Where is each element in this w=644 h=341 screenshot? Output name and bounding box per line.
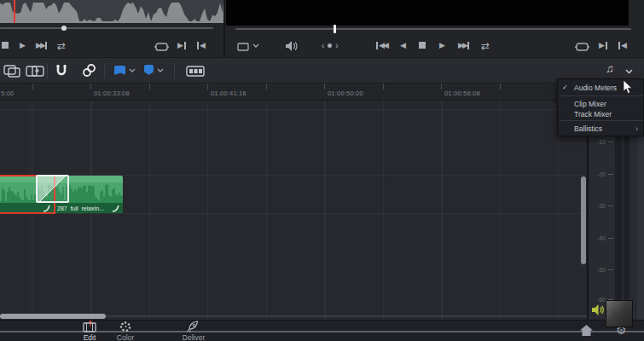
- timecode-label: 01:00:33:08: [94, 90, 130, 97]
- timeline-viewer-panel: ‹› ◀◀ ◀ ▶ ▶▶ ⇄ ▶ ◀: [224, 0, 644, 57]
- match-frame-icon[interactable]: [575, 43, 589, 51]
- go-to-end-button[interactable]: ▶: [599, 42, 607, 49]
- marker-chevron-down-icon[interactable]: [157, 68, 164, 72]
- meter-scale-label: -60: [594, 297, 606, 303]
- previous-clip-button[interactable]: ◀◀: [376, 42, 387, 49]
- horizontal-scrollbar[interactable]: [0, 314, 106, 319]
- audio-fade-curve-icon: [43, 205, 51, 212]
- marker-button[interactable]: [144, 65, 154, 75]
- meter-speaker-icon[interactable]: [592, 304, 605, 315]
- chevron-down-icon[interactable]: [252, 43, 259, 48]
- source-scrubber[interactable]: [0, 27, 213, 29]
- linked-selection-chain-icon[interactable]: [82, 63, 96, 78]
- source-scrubber-handle[interactable]: [61, 26, 67, 31]
- timeline-viewer-scrubber[interactable]: [235, 28, 631, 30]
- mouse-cursor: [623, 80, 633, 95]
- tab-edit[interactable]: Edit: [71, 321, 108, 341]
- loop-button[interactable]: ⇄: [481, 40, 490, 52]
- timeline-ruler[interactable]: 5:00 01:00:33:08 01:00:41:16 01:00:50:00…: [0, 84, 644, 101]
- jog-control[interactable]: ‹›: [322, 41, 339, 50]
- submenu-arrow-icon: ›: [635, 124, 638, 133]
- home-icon[interactable]: [580, 325, 593, 336]
- tab-edit-label: Edit: [84, 333, 96, 341]
- meter-scale-label: -30: [594, 203, 606, 209]
- cross-fade-transition[interactable]: [36, 175, 69, 203]
- stop-button[interactable]: [2, 42, 9, 49]
- audio-meters-music-icon[interactable]: ♫: [606, 62, 614, 75]
- source-viewer-panel: ▶ ▶▶ ⇄ ▶ ◀: [0, 0, 224, 57]
- loop-button[interactable]: ⇄: [57, 40, 66, 52]
- clip-name: 287_full_relaxin...: [54, 205, 112, 211]
- stop-button[interactable]: [419, 42, 426, 49]
- speaker-icon[interactable]: [286, 41, 298, 51]
- play-button[interactable]: ▶: [20, 42, 26, 49]
- panel-divider: [223, 0, 225, 57]
- check-icon: ✓: [562, 84, 571, 91]
- play-button[interactable]: ▶: [439, 42, 445, 49]
- timecode-label: 01:00:41:16: [211, 90, 247, 97]
- meter-scale-label: -40: [594, 235, 606, 241]
- next-clip-button[interactable]: ▶▶: [36, 42, 47, 49]
- audio-fade-curve-icon: [112, 205, 120, 212]
- snapping-magnet-icon[interactable]: [55, 63, 68, 78]
- flag-button[interactable]: [114, 66, 125, 75]
- deliver-rocket-icon: [186, 321, 201, 332]
- color-dots-icon: [118, 321, 133, 332]
- tab-deliver[interactable]: Deliver: [175, 321, 212, 341]
- menu-item-track-mixer[interactable]: Track Mixer: [558, 108, 643, 119]
- edit-filmstrip-icon: [81, 321, 98, 332]
- go-to-start-button[interactable]: ◀: [197, 42, 206, 49]
- match-frame-icon[interactable]: [154, 43, 169, 51]
- flag-chevron-down-icon[interactable]: [129, 68, 136, 72]
- source-playhead[interactable]: [14, 0, 15, 23]
- overlay-clip-icon[interactable]: [3, 65, 22, 78]
- presenter-thumbnail: [606, 300, 633, 327]
- meter-scale-label: -20: [594, 171, 606, 177]
- go-to-start-button[interactable]: ◀: [618, 42, 627, 49]
- meter-scale-label: -50: [594, 267, 606, 273]
- step-back-button[interactable]: ◀: [400, 42, 406, 49]
- next-clip-button[interactable]: ▶▶: [458, 42, 469, 49]
- timecode-label: 01:00:58:08: [444, 90, 480, 97]
- meters-chevron-down-icon[interactable]: [625, 69, 633, 74]
- tab-color-label: Color: [117, 333, 134, 341]
- timeline-viewer-playhead[interactable]: [334, 25, 336, 33]
- menu-item-ballistics[interactable]: Ballistics ›: [558, 123, 643, 134]
- davinci-resolve-edit-page: ▶ ▶▶ ⇄ ▶ ◀ ‹› ◀◀ ◀ ▶ ▶▶ ⇄ ▶: [0, 0, 644, 341]
- timeline-viewer-video: [226, 0, 629, 26]
- timecode-label: 01:00:50:00: [328, 90, 363, 97]
- viewer-mode-icon[interactable]: [237, 43, 249, 51]
- tab-deliver-label: Deliver: [183, 333, 205, 341]
- source-audio-waveform: [0, 0, 223, 23]
- replace-clip-icon[interactable]: [26, 65, 44, 78]
- tab-color[interactable]: Color: [107, 321, 144, 341]
- timeline-view-options-icon[interactable]: [186, 66, 205, 77]
- go-to-end-button[interactable]: ▶: [177, 42, 186, 49]
- meter-scale-label: -10: [594, 139, 606, 145]
- timecode-label: 5:00: [1, 90, 14, 97]
- vertical-scrollbar[interactable]: [581, 176, 586, 264]
- timeline-toolbar: − +: [0, 57, 644, 84]
